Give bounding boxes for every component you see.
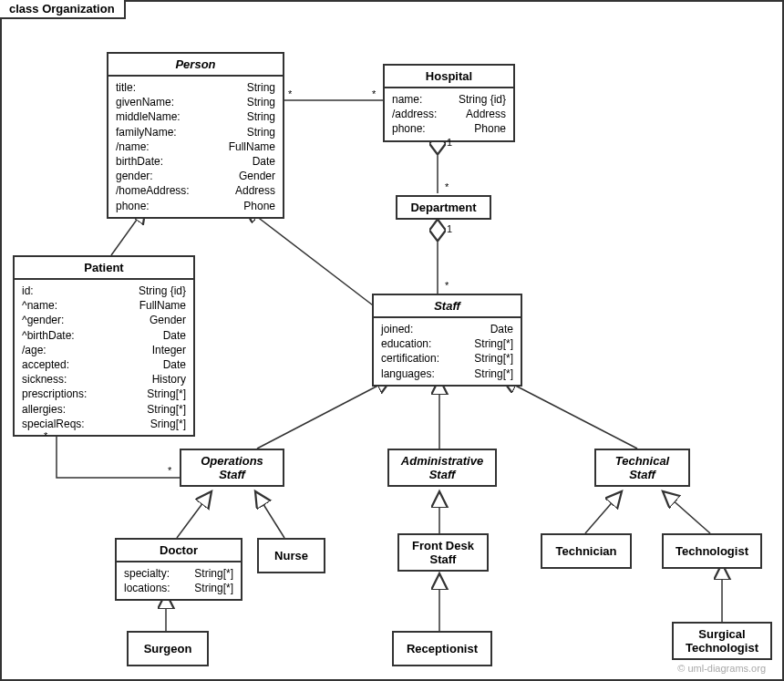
class-patient: Patient id:String {id} ^name:FullName ^g… (13, 255, 195, 437)
class-technician: Technician (541, 533, 632, 569)
class-technologist: Technologist (662, 533, 762, 569)
svg-line-12 (663, 491, 710, 533)
class-name: Operations Staff (181, 450, 283, 485)
class-name: Surgical Technologist (674, 624, 770, 658)
class-nurse: Nurse (257, 538, 325, 573)
class-name: Receptionist (394, 638, 490, 659)
class-name: Staff (374, 295, 521, 318)
class-name: Nurse (259, 545, 324, 566)
multiplicity: * (168, 465, 171, 476)
svg-line-5 (257, 378, 392, 449)
multiplicity: * (288, 88, 292, 99)
class-surgeon: Surgeon (127, 631, 209, 666)
multiplicity: * (445, 181, 449, 192)
class-name: Technician (542, 541, 630, 562)
multiplicity: 1 (447, 137, 452, 148)
watermark: © uml-diagrams.org (677, 663, 766, 674)
class-staff: Staff joined:Date education:String[*] ce… (372, 294, 522, 387)
class-administrative-staff: Administrative Staff (387, 449, 497, 487)
svg-line-9 (255, 491, 284, 538)
frame-title: class Organization (0, 0, 126, 19)
class-attrs: name:String {id} /address:Address phone:… (385, 88, 513, 140)
multiplicity: * (44, 430, 47, 441)
class-front-desk-staff: Front Desk Staff (397, 533, 489, 572)
class-surgical-technologist: Surgical Technologist (672, 622, 772, 660)
diagram-frame: class Organization (0, 0, 784, 681)
svg-line-8 (177, 491, 211, 538)
class-name: Patient (15, 257, 193, 280)
class-attrs: specialty:String[*] locations:String[*] (117, 562, 241, 599)
svg-line-4 (244, 207, 380, 311)
class-name: Technical Staff (596, 450, 688, 485)
class-name: Surgeon (129, 638, 207, 659)
class-name: Hospital (385, 66, 513, 88)
multiplicity: * (372, 88, 376, 99)
class-name: Person (108, 54, 283, 77)
class-person: Person title:String givenName:String mid… (107, 52, 284, 219)
class-name: Technologist (664, 541, 760, 562)
class-name: Doctor (117, 540, 241, 562)
class-doctor: Doctor specialty:String[*] locations:Str… (115, 538, 242, 601)
svg-line-7 (501, 378, 637, 449)
class-operations-staff: Operations Staff (180, 449, 284, 487)
class-attrs: joined:Date education:String[*] certific… (374, 318, 521, 385)
svg-line-11 (585, 491, 622, 533)
multiplicity: 1 (447, 223, 452, 234)
class-attrs: id:String {id} ^name:FullName ^gender:Ge… (15, 280, 193, 435)
class-hospital: Hospital name:String {id} /address:Addre… (383, 64, 515, 142)
multiplicity: * (445, 280, 449, 291)
class-name: Department (397, 197, 490, 218)
class-attrs: title:String givenName:String middleName… (108, 77, 283, 217)
class-name: Front Desk Staff (399, 535, 487, 570)
class-technical-staff: Technical Staff (594, 449, 690, 487)
class-name: Administrative Staff (389, 450, 495, 485)
class-department: Department (396, 195, 491, 220)
class-receptionist: Receptionist (392, 631, 492, 666)
